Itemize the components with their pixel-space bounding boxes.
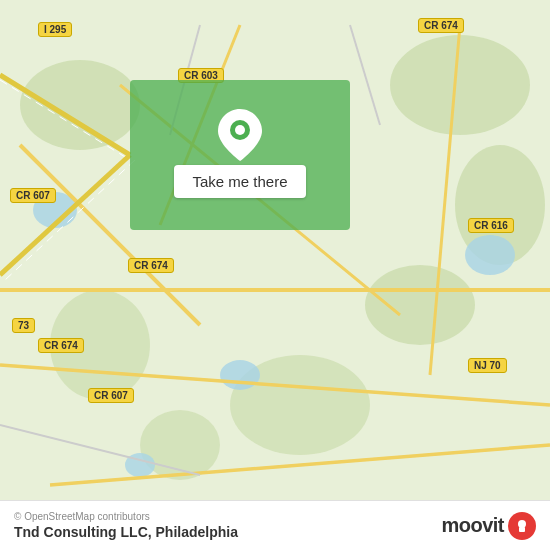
road-label-rt73: 73 [12,318,35,333]
map-container: I 295 CR 603 CR 674 CR 607 CR 674 CR 616… [0,0,550,550]
svg-point-10 [220,360,260,390]
bottom-bar-info: © OpenStreetMap contributors Tnd Consult… [14,511,238,540]
svg-point-9 [465,235,515,275]
road-label-nj70: NJ 70 [468,358,507,373]
svg-point-4 [365,265,475,345]
moovit-icon [508,512,536,540]
road-label-cr674-top: CR 674 [418,18,464,33]
road-label-i295: I 295 [38,22,72,37]
location-pin [218,113,262,157]
moovit-text: moovit [441,514,504,537]
moovit-logo: moovit [441,512,536,540]
road-label-cr674-bot: CR 674 [38,338,84,353]
svg-point-28 [518,520,526,528]
take-me-there-button[interactable]: Take me there [174,165,305,198]
svg-rect-29 [519,527,525,532]
location-name: Tnd Consulting LLC, Philadelphia [14,524,238,540]
attribution-text: © OpenStreetMap contributors [14,511,238,522]
svg-point-27 [235,125,245,135]
location-highlight: Take me there [130,80,350,230]
road-label-cr674-mid: CR 674 [128,258,174,273]
road-label-cr607-left: CR 607 [10,188,56,203]
svg-point-2 [390,35,530,135]
svg-point-1 [20,60,140,150]
road-label-cr616: CR 616 [468,218,514,233]
road-label-cr607-bot: CR 607 [88,388,134,403]
bottom-bar: © OpenStreetMap contributors Tnd Consult… [0,500,550,550]
